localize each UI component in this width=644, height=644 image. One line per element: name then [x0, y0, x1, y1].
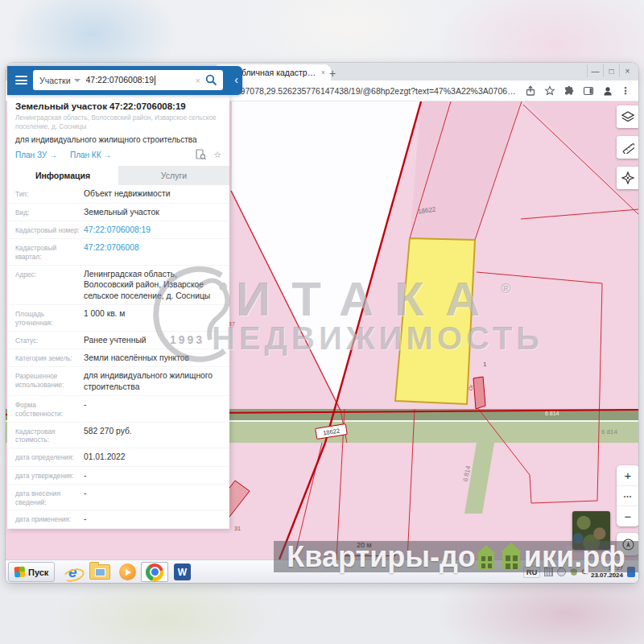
clock[interactable]: 15:27 23.07.2024 — [591, 565, 623, 580]
extensions-puzzle-icon[interactable] — [563, 85, 576, 97]
road-number-label-dark: 6 814 — [545, 411, 559, 416]
keyboard-tray-icon[interactable] — [544, 568, 553, 576]
plan-kk-link[interactable]: План КК → — [70, 151, 111, 159]
parcel-1-label: 1 — [483, 361, 486, 368]
plan-zu-link[interactable]: План ЗУ → — [15, 151, 57, 159]
row-land-category: Категория земель:Земли населённых пункто… — [7, 349, 229, 367]
parcel-title: Земельный участок 47:22:0706008:19 — [7, 95, 229, 114]
tray-time: 15:27 — [591, 565, 623, 572]
side-panel-icon[interactable] — [582, 85, 595, 97]
language-indicator[interactable]: RU — [523, 566, 541, 578]
internet-explorer-icon[interactable]: e — [59, 562, 86, 582]
row-ownership: Форма собственности:- — [7, 396, 229, 423]
tab-information[interactable]: Информация — [7, 166, 118, 185]
bookmark-star-icon[interactable] — [543, 85, 556, 97]
zoom-in-button[interactable]: + — [617, 465, 638, 486]
profile-avatar-icon[interactable] — [601, 85, 614, 97]
parcel-usage-line: для индивидуального жилищного строительс… — [7, 131, 229, 146]
row-permitted-use: Разрешенное использование:для индивидуал… — [7, 367, 229, 396]
shield-tray-icon[interactable] — [570, 568, 577, 576]
restore-button[interactable]: □ — [603, 64, 619, 77]
info-rows: Тип:Объект недвижимости Вид:Земельный уч… — [7, 185, 229, 529]
chrome-taskbar-icon[interactable] — [141, 562, 168, 582]
share-icon[interactable] — [524, 85, 537, 97]
compass-icon — [621, 171, 634, 184]
road-number-label-right: 6 814 — [601, 428, 617, 436]
word-icon[interactable]: W — [168, 562, 196, 582]
browser-window: Внутренний портал - Домашни × Я пкк — Ян… — [6, 63, 638, 583]
show-desktop-button[interactable] — [627, 567, 635, 577]
layers-icon — [621, 111, 634, 123]
cadastral-number-link[interactable]: 47:22:0706008:19 — [84, 225, 159, 235]
file-explorer-icon[interactable] — [86, 562, 114, 582]
close-window-button[interactable]: × — [619, 64, 635, 77]
row-date-approved: дата утверждения:- — [7, 467, 229, 485]
zoom-out-button[interactable]: − — [617, 506, 638, 526]
tab-services[interactable]: Услуги — [118, 166, 229, 185]
start-button[interactable]: Пуск — [8, 562, 55, 582]
document-search-icon[interactable] — [196, 149, 206, 160]
panel-action-icons: ☆ — [196, 149, 221, 160]
window-controls: — □ × — [587, 64, 635, 77]
plan-links-row: План ЗУ → План КК → ☆ — [7, 146, 229, 166]
row-cadastral-quarter: Кадастровый квартал:47:22:0706008 — [7, 239, 229, 266]
ruler-icon — [622, 142, 634, 154]
search-input[interactable]: 47:22:0706008:19 — [86, 75, 191, 85]
geolocation-icon — [621, 538, 635, 551]
row-type: Тип:Объект недвижимости — [7, 185, 229, 203]
basemap-thumbnail[interactable] — [572, 511, 610, 550]
volume-tray-icon[interactable] — [557, 568, 566, 576]
browser-menu-icon[interactable]: ⋮ — [621, 85, 630, 97]
parcel-address-subtitle: Ленинградская область, Волосовский район… — [7, 114, 229, 131]
new-tab-button[interactable]: + — [324, 65, 341, 80]
row-cadastral-number: Кадастровый номер:47:22:0706008:19 — [7, 221, 229, 239]
row-kind: Вид:Земельный участок — [7, 204, 229, 221]
row-cadastral-value: Кадастровая стоимость:582 270 руб. — [7, 423, 229, 449]
search-category-dropdown[interactable]: Участки — [33, 76, 74, 85]
menu-hamburger-icon[interactable] — [15, 76, 27, 85]
geolocation-button[interactable] — [617, 533, 638, 555]
row-address: Адрес:Ленинградская область, Волосовский… — [7, 266, 229, 305]
search-bar: Участки 47:22:0706008:19 × ‹ — [7, 66, 242, 95]
layers-button[interactable] — [617, 105, 638, 128]
clear-search-icon[interactable]: × — [191, 76, 205, 85]
taskbar: Пуск e W RU C 15:27 23.07.2024 — [6, 559, 638, 583]
zoom-levels-button[interactable]: ••• — [617, 486, 638, 507]
chevron-down-icon — [74, 79, 80, 82]
minimize-button[interactable]: — — [587, 64, 603, 77]
search-field[interactable]: Участки 47:22:0706008:19 × — [33, 70, 223, 90]
search-icon[interactable] — [205, 74, 223, 86]
row-date-determined: дата определения:01.01.2022 — [7, 448, 229, 466]
parcel-info-panel: Земельный участок 47:22:0706008:19 Ленин… — [7, 95, 229, 529]
favorite-star-icon[interactable]: ☆ — [213, 150, 221, 160]
row-date-entered: дата внесения сведений:- — [7, 485, 229, 511]
system-tray: RU C 15:27 23.07.2024 — [523, 565, 638, 580]
row-status: Статус:Ранее учтенный — [7, 332, 229, 349]
position-button[interactable] — [617, 167, 638, 189]
windows-logo-icon — [14, 567, 26, 578]
row-area: Площадь уточненная:1 000 кв. м — [7, 305, 229, 332]
parcel-87-label: 87 — [229, 321, 235, 327]
tray-date: 23.07.2024 — [591, 572, 623, 579]
tab-title: Публичная кадастровая карта — [231, 68, 317, 77]
collapse-panel-icon[interactable]: ‹ — [234, 73, 238, 86]
antivirus-tray-icon[interactable]: C — [581, 568, 587, 576]
cadastral-quarter-link[interactable]: 47:22:0706008 — [84, 242, 147, 262]
start-label: Пуск — [28, 568, 48, 577]
zoom-control: + ••• − — [617, 465, 638, 526]
panel-tabs: Информация Услуги — [7, 166, 229, 185]
text-caret — [155, 76, 155, 85]
parcel-31-label: 31 — [234, 526, 241, 531]
map-scale-bar — [344, 552, 395, 556]
media-player-icon[interactable] — [114, 562, 141, 582]
measure-button[interactable] — [617, 136, 638, 159]
row-date-applied: дата применения:- — [7, 510, 229, 528]
